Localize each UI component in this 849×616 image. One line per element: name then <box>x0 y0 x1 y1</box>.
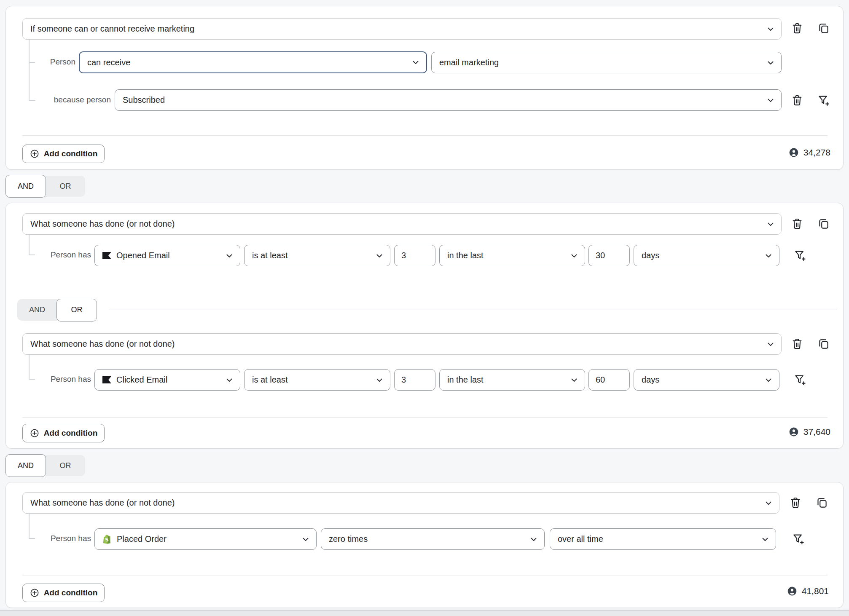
window-amount-input[interactable] <box>588 369 630 391</box>
comparator-value: zero times <box>329 534 368 544</box>
audience-count-value: 41,801 <box>802 586 829 596</box>
klaviyo-flag-icon <box>102 252 111 259</box>
and-toggle-button[interactable]: AND <box>17 300 57 321</box>
timeframe-value: in the last <box>447 251 484 260</box>
copy-icon <box>817 22 830 35</box>
and-toggle-button[interactable]: AND <box>5 175 46 198</box>
add-condition-label: Add condition <box>44 149 98 158</box>
add-condition-button[interactable]: Add condition <box>22 145 105 163</box>
event-select[interactable]: Clicked Email <box>94 369 240 391</box>
time-unit-value: days <box>642 375 659 385</box>
trash-icon <box>791 337 803 350</box>
consent-reason-select[interactable]: Subscribed <box>115 89 782 111</box>
comparator-select[interactable]: is at least <box>244 245 390 266</box>
event-select[interactable]: S Placed Order <box>94 528 317 550</box>
comparator-value: is at least <box>252 375 287 385</box>
tree-connector-line <box>29 40 30 101</box>
trash-icon <box>791 217 803 230</box>
chevron-down-icon <box>766 219 776 229</box>
delete-condition-button[interactable] <box>790 337 804 351</box>
logic-toggle-bottom: AND OR <box>6 455 85 476</box>
marketing-channel-select[interactable]: email marketing <box>431 52 782 73</box>
delete-condition-button[interactable] <box>789 496 802 509</box>
time-unit-value: days <box>642 251 659 260</box>
condition-type-value: What someone has done (or not done) <box>30 498 175 508</box>
quantity-input[interactable] <box>394 369 435 391</box>
logic-toggle-inner: AND OR <box>17 299 97 321</box>
marketing-operator-select[interactable]: can receive <box>79 51 427 73</box>
condition-type-value: What someone has done (or not done) <box>30 219 175 229</box>
person-has-label: Person has <box>29 534 91 543</box>
chevron-down-icon <box>766 58 776 68</box>
plus-circle-icon <box>30 149 40 159</box>
delete-row-button[interactable] <box>790 94 804 107</box>
copy-icon <box>816 496 828 509</box>
person-circle-icon <box>787 586 798 597</box>
person-circle-icon <box>788 147 799 158</box>
event-select[interactable]: Opened Email <box>94 245 240 266</box>
duplicate-condition-button[interactable] <box>815 496 829 509</box>
chevron-down-icon <box>763 375 774 385</box>
chevron-down-icon <box>760 534 770 544</box>
timeframe-value: in the last <box>447 375 484 385</box>
timeframe-select[interactable]: over all time <box>550 528 776 550</box>
add-condition-button[interactable]: Add condition <box>22 424 105 442</box>
add-condition-label: Add condition <box>44 429 98 438</box>
event-value: Clicked Email <box>116 375 167 385</box>
chevron-down-icon <box>766 24 776 34</box>
trash-icon <box>791 94 803 107</box>
filter-plus-icon <box>817 94 830 107</box>
timeframe-select[interactable]: in the last <box>439 245 585 266</box>
add-filter-button[interactable] <box>793 373 807 386</box>
card-divider <box>22 417 828 418</box>
quantity-input[interactable] <box>394 245 435 266</box>
timeframe-select[interactable]: in the last <box>439 369 585 391</box>
add-condition-button[interactable]: Add condition <box>22 584 105 602</box>
condition-type-select[interactable]: What someone has done (or not done) <box>22 213 782 235</box>
time-unit-select[interactable]: days <box>634 369 779 391</box>
chevron-down-icon <box>766 339 776 349</box>
card-divider <box>22 135 828 136</box>
add-filter-button[interactable] <box>817 94 830 107</box>
or-toggle-button[interactable]: OR <box>56 299 97 321</box>
delete-condition-button[interactable] <box>790 217 804 230</box>
shopify-bag-icon: S <box>102 534 112 544</box>
marketing-operator-value: can receive <box>87 58 130 67</box>
or-toggle-button[interactable]: OR <box>46 455 85 476</box>
duplicate-condition-button[interactable] <box>817 217 830 230</box>
add-filter-button[interactable] <box>792 532 805 546</box>
condition-type-select[interactable]: If someone can or cannot receive marketi… <box>22 18 782 40</box>
condition-type-select[interactable]: What someone has done (or not done) <box>22 492 779 514</box>
chevron-down-icon <box>763 498 774 508</box>
marketing-channel-value: email marketing <box>439 58 499 67</box>
condition-group-engagement: What someone has done (or not done) Pers… <box>5 203 844 449</box>
audience-count: 37,640 <box>788 426 830 437</box>
duplicate-condition-button[interactable] <box>817 337 830 351</box>
comparator-value: is at least <box>252 251 287 260</box>
comparator-select[interactable]: zero times <box>321 528 545 550</box>
filter-plus-icon <box>794 249 806 262</box>
person-circle-icon <box>788 426 799 437</box>
person-has-label: Person has <box>29 250 91 260</box>
comparator-select[interactable]: is at least <box>244 369 390 391</box>
condition-type-select[interactable]: What someone has done (or not done) <box>22 333 782 355</box>
and-toggle-button[interactable]: AND <box>5 454 46 477</box>
or-toggle-button[interactable]: OR <box>46 176 85 197</box>
condition-group-orders: What someone has done (or not done) Pers… <box>5 482 844 608</box>
condition-type-value: If someone can or cannot receive marketi… <box>30 24 194 34</box>
duplicate-condition-button[interactable] <box>817 21 830 35</box>
delete-condition-button[interactable] <box>790 21 804 35</box>
event-value: Opened Email <box>116 251 170 260</box>
svg-text:S: S <box>105 536 109 543</box>
timeframe-value: over all time <box>558 534 603 544</box>
or-group-line <box>109 310 837 310</box>
logic-toggle-top: AND OR <box>6 176 85 197</box>
window-amount-input[interactable] <box>588 245 630 266</box>
time-unit-select[interactable]: days <box>634 245 779 266</box>
consent-reason-value: Subscribed <box>123 95 165 105</box>
person-row-label: Person <box>29 57 75 67</box>
add-filter-button[interactable] <box>793 249 807 262</box>
event-value: Placed Order <box>117 534 167 544</box>
filter-plus-icon <box>792 533 805 545</box>
chevron-down-icon <box>766 95 776 105</box>
